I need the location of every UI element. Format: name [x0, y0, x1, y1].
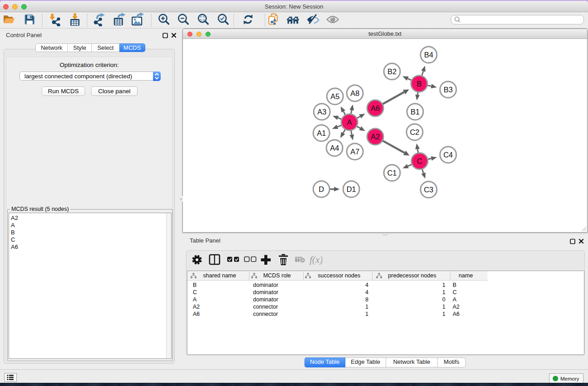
svg-text:B: B — [416, 80, 421, 88]
svg-text:A6: A6 — [371, 104, 380, 112]
svg-text:A: A — [347, 118, 352, 126]
svg-text:B4: B4 — [424, 51, 433, 59]
svg-text:A1: A1 — [317, 129, 326, 137]
svg-text:Memory: Memory — [560, 376, 579, 381]
svg-text:C: C — [417, 157, 422, 165]
svg-text:A5: A5 — [330, 92, 339, 100]
svg-text:C1: C1 — [387, 169, 397, 177]
svg-text:B1: B1 — [411, 108, 420, 116]
svg-text:A4: A4 — [330, 144, 339, 152]
svg-text:f(x): f(x) — [310, 254, 322, 265]
svg-text:B2: B2 — [387, 67, 397, 76]
svg-text:D1: D1 — [346, 185, 356, 193]
svg-text:A7: A7 — [350, 148, 359, 156]
svg-text:A8: A8 — [350, 89, 359, 97]
svg-text:A3: A3 — [317, 108, 326, 116]
svg-text:B3: B3 — [444, 86, 453, 94]
svg-text:C4: C4 — [443, 151, 453, 159]
svg-text:D: D — [319, 185, 324, 193]
svg-text:A2: A2 — [371, 133, 380, 141]
svg-text:C2: C2 — [410, 128, 419, 136]
svg-text:C3: C3 — [424, 186, 433, 194]
